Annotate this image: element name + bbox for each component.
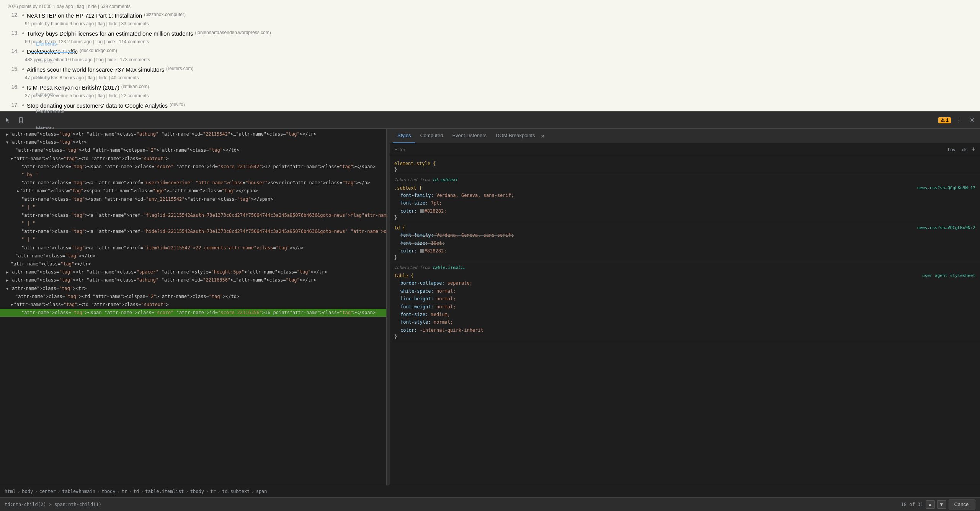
- expand-triangle[interactable]: [6, 287, 8, 291]
- breadcrumb-item[interactable]: tbody: [100, 488, 117, 495]
- filter-tag[interactable]: .cls: [959, 147, 969, 153]
- upvote-icon[interactable]: ▲: [21, 47, 25, 54]
- devtools-tab-network[interactable]: Network: [31, 87, 75, 103]
- css-value[interactable]: #828282;: [420, 208, 447, 214]
- elements-line[interactable]: "attr-name">class="tag"><tr>: [0, 138, 386, 146]
- more-options-icon[interactable]: ⋮: [954, 115, 964, 125]
- styles-content[interactable]: element.style {}Inherited from td.subtex…: [390, 156, 980, 485]
- css-value[interactable]: separate;: [448, 280, 472, 286]
- elements-line[interactable]: "attr-name">class="tag"><a "attr-name">h…: [0, 228, 386, 236]
- mobile-icon[interactable]: [16, 115, 26, 125]
- style-rule[interactable]: font-family: Verdana, Geneva, sans-serif…: [394, 192, 975, 199]
- css-value[interactable]: normal;: [436, 288, 456, 294]
- css-value[interactable]: normal;: [436, 304, 456, 310]
- devtools-tab-console[interactable]: Console: [31, 53, 75, 70]
- css-value[interactable]: normal;: [434, 319, 453, 325]
- styles-tab-styles[interactable]: Styles: [393, 129, 415, 143]
- elements-line[interactable]: "attr-name">class="tag"><td "attr-name">…: [0, 301, 386, 309]
- style-rule[interactable]: font-size: 7pt;: [394, 199, 975, 207]
- elements-line[interactable]: "attr-name">class="tag"><td "attr-name">…: [0, 293, 386, 301]
- elements-line[interactable]: "attr-name">class="tag"><tr "attr-name">…: [0, 130, 386, 138]
- elements-line[interactable]: " | ": [0, 203, 386, 211]
- elements-scrollbar[interactable]: [387, 129, 390, 485]
- cancel-btn[interactable]: Cancel: [949, 500, 975, 509]
- styles-tab-more-btn[interactable]: »: [541, 133, 545, 139]
- style-rule[interactable]: border-collapse: separate;: [394, 279, 975, 287]
- breadcrumb-item[interactable]: tr: [120, 488, 129, 495]
- prev-match-btn[interactable]: ▲: [926, 500, 935, 509]
- style-rule[interactable]: font-family: Verdana, Geneva, sans-serif…: [394, 231, 975, 239]
- styles-tab-computed[interactable]: Computed: [415, 129, 448, 143]
- devtools-tab-sources[interactable]: Sources: [31, 70, 75, 87]
- style-rule[interactable]: font-size: 10pt;: [394, 239, 975, 247]
- elements-line[interactable]: "attr-name">class="tag"><span "attr-name…: [0, 309, 386, 317]
- elements-line[interactable]: "attr-name">class="tag"><tr>: [0, 285, 386, 293]
- expand-triangle[interactable]: [17, 189, 19, 193]
- styles-tab-event-listeners[interactable]: Event Listeners: [448, 129, 491, 143]
- style-rule[interactable]: font-weight: normal;: [394, 303, 975, 311]
- cursor-icon[interactable]: [3, 115, 13, 125]
- breadcrumb-item[interactable]: table#hnmain: [60, 488, 97, 495]
- upvote-icon[interactable]: ▲: [21, 102, 25, 108]
- breadcrumb-item[interactable]: html: [3, 488, 17, 495]
- add-style-btn[interactable]: +: [971, 146, 975, 154]
- css-value[interactable]: normal;: [436, 296, 456, 301]
- style-rule[interactable]: line-height: normal;: [394, 295, 975, 303]
- breadcrumb-item[interactable]: td.subtext: [220, 488, 251, 495]
- css-value[interactable]: Verdana, Geneva, sans-serif;: [436, 233, 514, 238]
- elements-line[interactable]: "attr-name">class="tag"><tr "attr-name">…: [0, 268, 386, 276]
- elements-line[interactable]: "attr-name">class="tag"><td "attr-name">…: [0, 155, 386, 163]
- filter-tag[interactable]: :hov: [945, 147, 957, 153]
- elements-line[interactable]: "attr-name">class="tag"><a "attr-name">h…: [0, 179, 386, 187]
- elements-line[interactable]: " | ": [0, 219, 386, 228]
- elements-line[interactable]: "attr-name">class="tag"><tr "attr-name">…: [0, 276, 386, 284]
- expand-triangle[interactable]: [6, 278, 8, 282]
- css-value[interactable]: Verdana, Geneva, sans-serif;: [436, 193, 514, 198]
- style-rule[interactable]: font-size: medium;: [394, 311, 975, 318]
- expand-triangle[interactable]: [6, 270, 8, 274]
- css-value[interactable]: 10pt;: [431, 241, 444, 246]
- css-value[interactable]: medium;: [431, 312, 450, 317]
- expand-triangle[interactable]: [6, 140, 8, 144]
- style-rule[interactable]: color: #828282;: [394, 247, 975, 255]
- style-selector[interactable]: .subtext {news.css?sh…QCgLKu9N:17: [394, 185, 975, 191]
- breadcrumb-item[interactable]: span: [255, 488, 269, 495]
- expand-triangle[interactable]: [11, 303, 13, 307]
- breadcrumb-item[interactable]: body: [20, 488, 34, 495]
- breadcrumb-item[interactable]: tr: [209, 488, 217, 495]
- close-devtools-icon[interactable]: ✕: [967, 115, 977, 125]
- elements-line[interactable]: " by ": [0, 171, 386, 179]
- css-value[interactable]: #828282;: [420, 248, 447, 254]
- style-selector[interactable]: table {user agent stylesheet: [394, 273, 975, 278]
- breadcrumb-item[interactable]: table.itemlist: [144, 488, 185, 495]
- elements-line[interactable]: "attr-name">class="tag"><span "attr-name…: [0, 187, 386, 195]
- upvote-icon[interactable]: ▲: [21, 66, 25, 72]
- elements-panel[interactable]: "attr-name">class="tag"><tr "attr-name">…: [0, 129, 387, 485]
- elements-line[interactable]: "attr-name">class="tag"><a "attr-name">h…: [0, 211, 386, 219]
- style-rule[interactable]: color: #828282;: [394, 207, 975, 215]
- breadcrumb-item[interactable]: center: [38, 488, 57, 495]
- styles-filter-input[interactable]: [394, 147, 945, 152]
- expand-triangle[interactable]: [6, 132, 8, 136]
- elements-line[interactable]: "attr-name">class="tag"><td "attr-name">…: [0, 146, 386, 154]
- devtools-tab-performance[interactable]: Performance: [31, 103, 75, 120]
- style-rule[interactable]: color: -internal-quirk-inherit: [394, 326, 975, 334]
- elements-line[interactable]: "attr-name">class="tag"><span "attr-name…: [0, 163, 386, 171]
- css-value[interactable]: 7pt;: [431, 200, 442, 206]
- elements-line[interactable]: "attr-name">class="tag"></tr>: [0, 260, 386, 268]
- elements-line[interactable]: " | ": [0, 236, 386, 244]
- styles-tab-dom-breakpoints[interactable]: DOM Breakpoints: [491, 129, 540, 143]
- style-selector[interactable]: td {news.css?sh…VQCgLKu9N:2: [394, 225, 975, 231]
- elements-line[interactable]: "attr-name">class="tag"><a "attr-name">h…: [0, 244, 386, 252]
- style-rule[interactable]: font-style: normal;: [394, 318, 975, 326]
- breadcrumb-item[interactable]: tbody: [189, 488, 206, 495]
- news-title[interactable]: NeXTSTEP on the HP 712 Part 1: Installat…: [27, 11, 142, 20]
- devtools-tab-elements[interactable]: Elements: [31, 36, 75, 53]
- expand-triangle[interactable]: [11, 157, 13, 161]
- next-match-btn[interactable]: ▼: [937, 500, 946, 509]
- elements-line[interactable]: "attr-name">class="tag"></td>: [0, 252, 386, 260]
- css-value[interactable]: -internal-quirk-inherit: [420, 328, 483, 333]
- upvote-icon[interactable]: ▲: [21, 11, 25, 18]
- upvote-icon[interactable]: ▲: [21, 84, 25, 90]
- elements-line[interactable]: "attr-name">class="tag"><span "attr-name…: [0, 195, 386, 203]
